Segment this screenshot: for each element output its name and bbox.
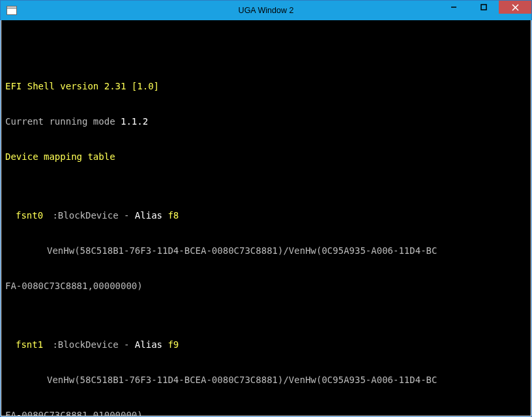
svg-rect-4 bbox=[481, 5, 486, 10]
alias-value: f8 bbox=[168, 210, 179, 221]
alias-label: Alias bbox=[135, 339, 168, 350]
terminal[interactable]: EFI Shell version 2.31 [1.0] Current run… bbox=[1, 20, 531, 416]
device-kind: :BlockDevice - bbox=[47, 339, 135, 350]
window-controls bbox=[439, 1, 531, 20]
window: UGA Window 2 EFI Shell version 2.31 [1.0… bbox=[0, 0, 532, 417]
app-icon bbox=[6, 5, 18, 16]
svg-line-6 bbox=[512, 5, 518, 10]
mode-label: Current running mode bbox=[5, 116, 121, 127]
alias-label: Alias bbox=[135, 210, 168, 221]
maximize-button[interactable] bbox=[469, 1, 499, 14]
titlebar[interactable]: UGA Window 2 bbox=[1, 1, 531, 20]
svg-line-5 bbox=[512, 5, 518, 10]
minimize-button[interactable] bbox=[439, 1, 469, 14]
device-path: VenHw(58C518B1-76F3-11D4-BCEA-0080C73C88… bbox=[5, 374, 437, 386]
alias-value: f9 bbox=[168, 339, 179, 350]
device-name: fsnt0 bbox=[16, 209, 47, 221]
device-kind: :BlockDevice - bbox=[47, 210, 135, 221]
device-path: VenHw(58C518B1-76F3-11D4-BCEA-0080C73C88… bbox=[5, 245, 437, 256]
device-mapping-header: Device mapping table bbox=[5, 151, 115, 162]
device-path: FA-0080C73C8881,01000000) bbox=[5, 410, 143, 416]
close-button[interactable] bbox=[499, 1, 531, 14]
device-name: fsnt1 bbox=[16, 339, 47, 350]
mode-version: 1.1.2 bbox=[121, 116, 148, 127]
svg-rect-1 bbox=[7, 7, 16, 8]
svg-rect-2 bbox=[7, 8, 16, 14]
shell-version: EFI Shell version 2.31 [1.0] bbox=[5, 81, 159, 91]
device-path: FA-0080C73C8881,00000000) bbox=[5, 281, 143, 291]
